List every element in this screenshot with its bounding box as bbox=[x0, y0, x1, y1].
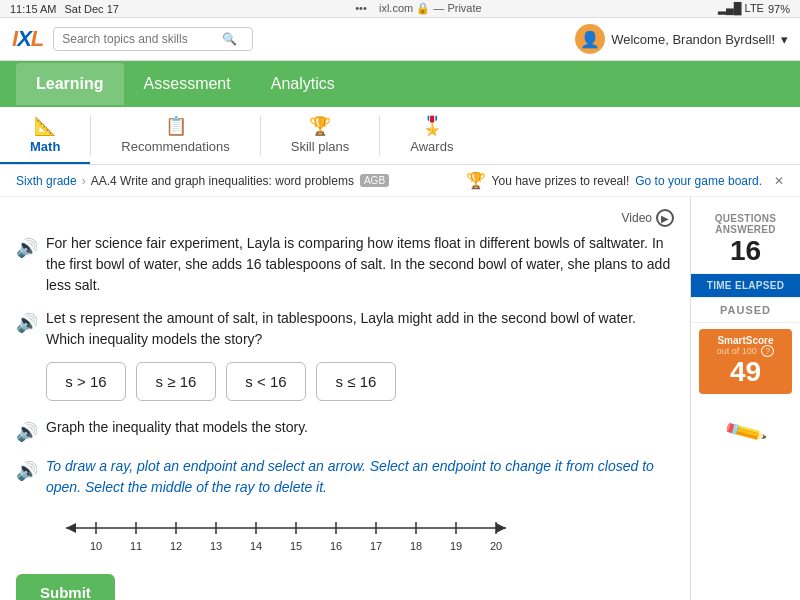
ixl-logo[interactable]: IXL bbox=[12, 26, 43, 52]
nav-item-analytics[interactable]: Analytics bbox=[251, 63, 355, 105]
skill-badge: AGB bbox=[360, 174, 389, 187]
time-elapsed-label: Time elapsed bbox=[695, 280, 796, 291]
svg-text:17: 17 bbox=[370, 540, 382, 552]
breadcrumb-grade[interactable]: Sixth grade bbox=[16, 174, 77, 188]
smart-score-info-icon[interactable]: ? bbox=[761, 345, 774, 357]
breadcrumb-skill: AA.4 Write and graph inequalities: word … bbox=[91, 174, 354, 188]
awards-icon: 🎖️ bbox=[421, 115, 443, 137]
nav-item-learning[interactable]: Learning bbox=[16, 63, 124, 105]
breadcrumb-sep: › bbox=[82, 174, 86, 188]
passage-content: For her science fair experiment, Layla i… bbox=[46, 233, 674, 296]
svg-text:14: 14 bbox=[250, 540, 262, 552]
paused-badge: PAUSED bbox=[691, 298, 800, 323]
tab-math[interactable]: 📐 Math bbox=[0, 107, 90, 164]
question-content-area: 🔊 Let s represent the amount of salt, in… bbox=[16, 308, 674, 350]
ellipsis: ••• bbox=[355, 2, 367, 14]
smart-score-label: SmartScore bbox=[707, 335, 784, 346]
svg-text:15: 15 bbox=[290, 540, 302, 552]
smart-score-box: SmartScore out of 100 ? 49 bbox=[699, 329, 792, 394]
graph-hint: 🔊 To draw a ray, plot an endpoint and se… bbox=[16, 456, 674, 498]
graph-hint-text: To draw a ray, plot an endpoint and sele… bbox=[46, 456, 674, 498]
number-line-area[interactable]: 10 11 12 13 14 15 16 bbox=[46, 508, 674, 560]
breadcrumb-bar: Sixth grade › AA.4 Write and graph inequ… bbox=[0, 165, 800, 197]
video-circle-icon[interactable]: ▶ bbox=[656, 209, 674, 227]
speaker-icon-3[interactable]: 🔊 bbox=[16, 419, 38, 446]
privacy: — bbox=[433, 2, 447, 14]
main-content: Video ▶ 🔊 For her science fair experimen… bbox=[0, 197, 800, 600]
svg-text:10: 10 bbox=[90, 540, 102, 552]
choice-btn-1[interactable]: s ≥ 16 bbox=[136, 362, 216, 401]
speaker-icon-4[interactable]: 🔊 bbox=[16, 458, 38, 485]
top-bar: IXL 🔍 👤 Welcome, Brandon Byrdsell! ▾ bbox=[0, 18, 800, 61]
svg-text:16: 16 bbox=[330, 540, 342, 552]
speaker-icon-2[interactable]: 🔊 bbox=[16, 310, 38, 337]
search-icon: 🔍 bbox=[222, 32, 237, 46]
status-url: ••• ixl.com 🔒 — Private bbox=[355, 2, 481, 15]
user-area: 👤 Welcome, Brandon Byrdsell! ▾ bbox=[575, 24, 788, 54]
video-label[interactable]: Video bbox=[622, 211, 652, 225]
status-bar: 11:15 AM Sat Dec 17 ••• ixl.com 🔒 — Priv… bbox=[0, 0, 800, 18]
number-line-svg[interactable]: 10 11 12 13 14 15 16 bbox=[46, 508, 526, 560]
tab-skill-plans[interactable]: 🏆 Skill plans bbox=[261, 107, 380, 164]
video-link-area: Video ▶ bbox=[16, 209, 674, 227]
signal-icon: ▂▄█ LTE bbox=[718, 2, 764, 15]
question-block: 🔊 Let s represent the amount of salt, in… bbox=[16, 308, 674, 350]
math-icon: 📐 bbox=[34, 115, 56, 137]
time-elapsed-box: Time elapsed bbox=[691, 274, 800, 298]
submit-button[interactable]: Submit bbox=[16, 574, 115, 600]
questions-answered-box: Questions answered 16 bbox=[691, 207, 800, 274]
prize-banner: 🏆 You have prizes to reveal! Go to your … bbox=[466, 171, 784, 190]
tab-awards[interactable]: 🎖️ Awards bbox=[380, 107, 483, 164]
smart-score-out-of: out of 100 bbox=[717, 346, 757, 356]
svg-text:19: 19 bbox=[450, 540, 462, 552]
question-area: Video ▶ 🔊 For her science fair experimen… bbox=[0, 197, 690, 600]
choice-btn-3[interactable]: s ≤ 16 bbox=[316, 362, 396, 401]
svg-marker-2 bbox=[496, 523, 506, 533]
secondary-nav: 📐 Math 📋 Recommendations 🏆 Skill plans 🎖… bbox=[0, 107, 800, 165]
skill-plans-icon: 🏆 bbox=[309, 115, 331, 137]
smart-score-sublabel: out of 100 ? bbox=[707, 346, 784, 356]
svg-text:13: 13 bbox=[210, 540, 222, 552]
choice-btn-2[interactable]: s < 16 bbox=[226, 362, 306, 401]
smart-score-value: 49 bbox=[707, 356, 784, 388]
avatar: 👤 bbox=[575, 24, 605, 54]
prize-text: You have prizes to reveal! bbox=[492, 174, 630, 188]
graph-instruction-text: Graph the inequality that models the sto… bbox=[46, 417, 308, 438]
speaker-icon-1[interactable]: 🔊 bbox=[16, 235, 38, 262]
chevron-down-icon[interactable]: ▾ bbox=[781, 32, 788, 47]
pencil-icon-area: ✏️ bbox=[728, 400, 763, 449]
status-left: 11:15 AM Sat Dec 17 bbox=[10, 3, 119, 15]
svg-text:12: 12 bbox=[170, 540, 182, 552]
recommendations-icon: 📋 bbox=[165, 115, 187, 137]
questions-answered-value: 16 bbox=[695, 235, 796, 267]
search-input[interactable] bbox=[62, 32, 222, 46]
question-text-content: Let s represent the amount of salt, in t… bbox=[46, 308, 674, 350]
welcome-text: Welcome, Brandon Byrdsell! bbox=[611, 32, 775, 47]
url: ixl.com bbox=[379, 2, 413, 14]
answer-choices: s > 16 s ≥ 16 s < 16 s ≤ 16 bbox=[46, 362, 674, 401]
svg-marker-1 bbox=[66, 523, 76, 533]
time: 11:15 AM bbox=[10, 3, 56, 15]
tab-awards-label: Awards bbox=[410, 139, 453, 154]
nav-item-assessment[interactable]: Assessment bbox=[124, 63, 251, 105]
close-icon[interactable]: ✕ bbox=[774, 174, 784, 188]
svg-text:11: 11 bbox=[130, 540, 142, 552]
graph-instruction: 🔊 Graph the inequality that models the s… bbox=[16, 417, 674, 446]
trophy-icon: 🏆 bbox=[466, 171, 486, 190]
right-sidebar: Questions answered 16 Time elapsed PAUSE… bbox=[690, 197, 800, 600]
tab-recommendations[interactable]: 📋 Recommendations bbox=[91, 107, 259, 164]
privacy-label: Private bbox=[447, 2, 481, 14]
search-bar[interactable]: 🔍 bbox=[53, 27, 253, 51]
tab-recommendations-label: Recommendations bbox=[121, 139, 229, 154]
choice-btn-0[interactable]: s > 16 bbox=[46, 362, 126, 401]
tab-math-label: Math bbox=[30, 139, 60, 154]
tab-skill-plans-label: Skill plans bbox=[291, 139, 350, 154]
svg-text:18: 18 bbox=[410, 540, 422, 552]
pencil-icon: ✏️ bbox=[722, 409, 769, 455]
prize-link[interactable]: Go to your game board. bbox=[635, 174, 762, 188]
primary-nav: Learning Assessment Analytics bbox=[0, 61, 800, 107]
questions-answered-label: Questions answered bbox=[695, 213, 796, 235]
status-right: ▂▄█ LTE 97% bbox=[718, 2, 790, 15]
passage-text: 🔊 For her science fair experiment, Layla… bbox=[16, 233, 674, 296]
passage-block: 🔊 For her science fair experiment, Layla… bbox=[16, 233, 674, 296]
